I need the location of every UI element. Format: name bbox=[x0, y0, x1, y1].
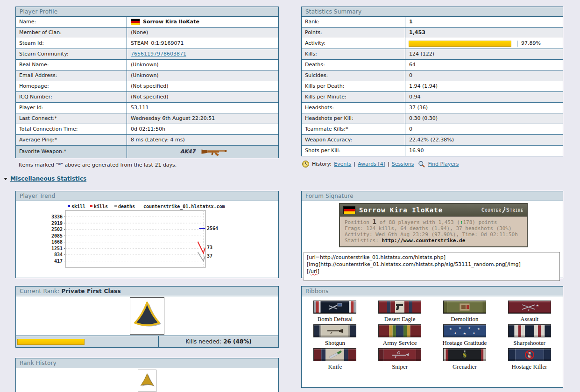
svg-text:73: 73 bbox=[207, 245, 212, 250]
profile-row-label: Last Connect:* bbox=[16, 113, 127, 124]
ribbon-image-demolition bbox=[443, 301, 486, 314]
ribbon-label: Hostage Gratitude bbox=[442, 339, 487, 347]
profile-row-label: ICQ Number: bbox=[16, 92, 127, 102]
stats-row: Teammate Kills:*0 bbox=[302, 124, 563, 135]
ribbon-image-hostage-killer bbox=[508, 348, 551, 361]
profile-row-value: Wednesday 6th August 22:20:51 bbox=[127, 113, 278, 124]
ribbon-label: Knife bbox=[328, 363, 342, 371]
profile-row-value: 53,111 bbox=[127, 103, 278, 113]
stats-row: Kills:124 (122) bbox=[302, 49, 563, 60]
clock-icon bbox=[302, 160, 310, 168]
svg-text:★: ★ bbox=[459, 326, 461, 330]
ribbon-label: Shotgun bbox=[325, 339, 345, 347]
player-name: Sorrow Kira IloKate bbox=[143, 17, 199, 27]
miscellaneous-statistics-link[interactable]: Miscellaneous Statistics bbox=[10, 175, 86, 182]
stats-row: Weapon Accuracy:22.42% (22.38%) bbox=[302, 135, 563, 146]
player-profile-panel: Player Profile Name:Sorrow Kira IloKateM… bbox=[15, 7, 279, 158]
history-link-find-players[interactable]: Find Players bbox=[428, 161, 459, 167]
statistics-summary-panel: Statistics Summary Rank:1Points:1,453Act… bbox=[301, 7, 563, 156]
svg-text:834: 834 bbox=[54, 252, 63, 257]
profile-row: Real Name:(Unknown) bbox=[16, 60, 278, 70]
germany-flag-icon bbox=[131, 19, 140, 25]
rank-history-insignia bbox=[138, 370, 156, 392]
signature-stats-url: http://www.counterstrike.de bbox=[382, 238, 465, 244]
player-trend-body: 333629192502208516681251834417skillkills… bbox=[16, 201, 278, 277]
signature-player-name: Sorrow Kira IloKate bbox=[359, 206, 481, 214]
stats-row-value: 97.89% bbox=[405, 38, 563, 49]
stats-row: Activity:97.89% bbox=[302, 38, 563, 49]
ribbon-image-bomb-defusal bbox=[313, 301, 356, 314]
profile-row: Favorite Weapon:*AK47 bbox=[16, 146, 278, 158]
signature-position-line: Position 1 of 88 players with 1,453 (↑17… bbox=[345, 219, 522, 225]
history-link-events[interactable]: Events bbox=[334, 161, 351, 167]
current-rank-name: Private First Class bbox=[62, 288, 121, 294]
profile-row-value: 0d 02:11:50h bbox=[127, 124, 278, 134]
stats-row-label: Kills per Minute: bbox=[302, 92, 405, 102]
stats-row-label: Points: bbox=[302, 28, 405, 38]
svg-text:skill: skill bbox=[71, 204, 85, 209]
stats-row-value: 37 (36) bbox=[405, 103, 563, 113]
footnote: Items marked "*" above are generated fro… bbox=[19, 162, 177, 168]
profile-row: Total Connection Time:0d 02:11:50h bbox=[16, 124, 278, 135]
svg-text:1251: 1251 bbox=[51, 246, 63, 251]
player-trend-header: Player Trend bbox=[16, 191, 278, 201]
svg-text:★: ★ bbox=[527, 308, 530, 311]
signature-position-value: 1 bbox=[373, 218, 376, 225]
profile-row-value: (Unknown) bbox=[127, 70, 278, 81]
stats-row: Suicides:0 bbox=[302, 70, 563, 81]
kills-needed-value: 26 (48%) bbox=[223, 338, 252, 345]
ribbon-item: Bomb Defusal bbox=[303, 301, 368, 323]
ribbon-item: Army Service bbox=[368, 324, 432, 347]
ribbon-item: ★★Assault bbox=[497, 301, 562, 323]
svg-text:★: ★ bbox=[477, 327, 480, 331]
profile-row-label: Player Id: bbox=[16, 103, 127, 113]
svg-text:2919: 2919 bbox=[51, 221, 63, 226]
profile-row-value: 8 ms (Latency: 4 ms) bbox=[127, 135, 278, 145]
signature-image: Sorrow Kira IloKate Counter Strike Posit… bbox=[339, 203, 528, 247]
gold-chevron-icon bbox=[139, 371, 155, 390]
profile-row-value: 76561197978603871 bbox=[127, 49, 278, 59]
svg-text:counterstrike_01.hlstatsx.com: counterstrike_01.hlstatsx.com bbox=[143, 204, 225, 210]
stats-row: Kills per Minute:0.94 bbox=[302, 92, 563, 103]
svg-text:★: ★ bbox=[454, 331, 457, 335]
germany-flag-icon bbox=[343, 206, 355, 214]
ribbons-grid: Bomb DefusalDesert EagleDemolition★★Assa… bbox=[302, 296, 563, 372]
svg-text:★: ★ bbox=[536, 304, 538, 308]
profile-row-label: Email Address: bbox=[16, 70, 127, 81]
stats-row-label: Weapon Accuracy: bbox=[302, 135, 405, 145]
stats-row-value: 1,453 bbox=[405, 28, 563, 38]
steam-community-link[interactable]: 76561197978603871 bbox=[131, 49, 186, 59]
ribbon-label: Demolition bbox=[451, 315, 478, 323]
ribbon-item: ★★★★★★★Hostage Gratitude bbox=[432, 324, 497, 347]
miscellaneous-statistics-toggle[interactable]: Miscellaneous Statistics bbox=[4, 175, 86, 182]
stats-row-value: 0.30 (0.30) bbox=[405, 113, 563, 124]
favorite-weapon-name: AK47 bbox=[180, 146, 195, 158]
stats-row: Headshots per Kill:0.30 (0.30) bbox=[302, 113, 563, 124]
player-profile-header: Player Profile bbox=[16, 7, 278, 17]
ribbon-item: Sharpshooter bbox=[497, 324, 562, 347]
profile-row-value: (None) bbox=[127, 28, 278, 38]
activity-bar bbox=[405, 41, 517, 47]
stats-row-value: 64 bbox=[405, 60, 563, 70]
stats-row-value: 0 bbox=[405, 70, 563, 81]
ribbon-image-army-service bbox=[378, 324, 421, 337]
ribbon-label: Assault bbox=[520, 315, 538, 323]
statistics-summary-table: Rank:1Points:1,453Activity:97.89%Kills:1… bbox=[302, 17, 563, 156]
rank-progress-row: Kills needed:26 (48%) bbox=[16, 336, 278, 347]
stats-row: Shots per Kill:16.90 bbox=[302, 146, 563, 156]
forum-signature-panel: Forum Signature Sorrow Kira IloKate Coun… bbox=[301, 191, 563, 278]
bbcode-line: [img]http://counterstrike_01.hlstatsx.co… bbox=[307, 261, 557, 268]
bbcode-line: [/url] bbox=[307, 268, 557, 275]
profile-row: Member of Clan:(None) bbox=[16, 28, 278, 38]
history-link-sessions[interactable]: Sessions bbox=[392, 161, 414, 167]
rank-history-panel: Rank History bbox=[15, 358, 279, 392]
stats-row-label: Shots per Kill: bbox=[302, 146, 405, 156]
history-link-awards[interactable]: Awards [4] bbox=[358, 161, 385, 167]
stats-row-value: 22.42% (22.38%) bbox=[405, 135, 563, 145]
statistics-summary-header: Statistics Summary bbox=[302, 7, 563, 17]
bbcode-line: [url=http://counterstrike_01.hlstatsx.co… bbox=[307, 254, 557, 261]
signature-bbcode-textarea[interactable]: [url=http://counterstrike_01.hlstatsx.co… bbox=[304, 252, 560, 281]
stats-row-label: Teammate Kills:* bbox=[302, 124, 405, 134]
ribbon-label: Desert Eagle bbox=[384, 315, 416, 323]
ribbon-label: Grenadier bbox=[453, 363, 477, 371]
